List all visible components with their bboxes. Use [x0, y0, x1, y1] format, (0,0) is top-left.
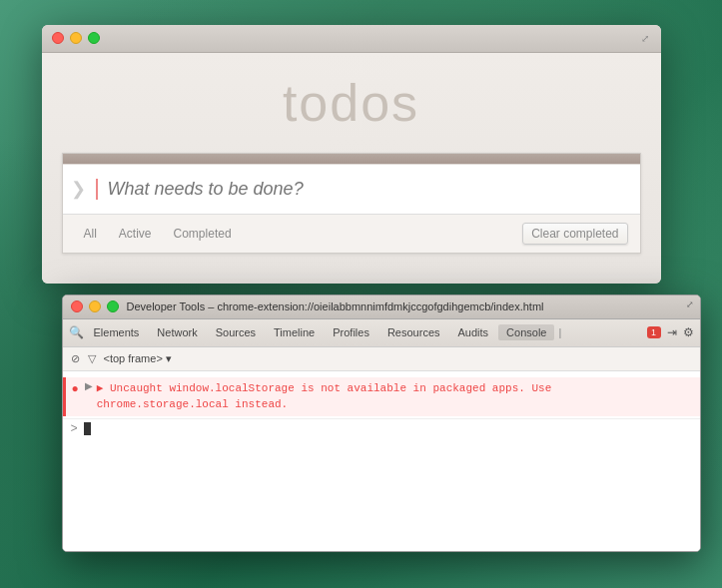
frame-selector[interactable]: <top frame> ▾ — [104, 352, 172, 365]
filter-console-icon[interactable]: ▽ — [88, 352, 96, 365]
search-icon[interactable]: 🔍 — [69, 325, 84, 339]
todo-input[interactable] — [96, 179, 632, 200]
console-error-row: ● ▶ ▶ Uncaught window.localStorage is no… — [63, 377, 700, 416]
devtools-close-button[interactable] — [71, 300, 83, 312]
filter-completed[interactable]: Completed — [165, 224, 241, 244]
tab-resources[interactable]: Resources — [379, 324, 448, 340]
devtools-window: Developer Tools – chrome-extension://oie… — [62, 294, 701, 552]
frame-selector-label: <top frame> — [104, 352, 163, 364]
expand-icon[interactable]: ⤢ — [637, 31, 653, 47]
error-text-line1: ▶ Uncaught window.localStorage is not av… — [97, 380, 552, 397]
tab-separator: | — [558, 326, 561, 338]
error-text-line2: chrome.storage.local instead. — [97, 396, 552, 413]
console-input-row: > — [63, 418, 700, 439]
devtools-toolbar-right: 1 ⇥ ⚙ — [647, 325, 694, 339]
devtools-subbar: ⊘ ▽ <top frame> ▾ — [63, 347, 700, 371]
browser-window: ⤢ todos ❯ All Active Completed Clear com… — [42, 25, 661, 284]
window-buttons — [52, 32, 100, 44]
settings-icon[interactable]: ⚙ — [683, 325, 694, 339]
devtools-titlebar: Developer Tools – chrome-extension://oie… — [63, 295, 700, 319]
console-prompt: > — [71, 422, 78, 436]
devtools-toolbar: 🔍 Elements Network Sources Timeline Prof… — [63, 319, 700, 347]
todo-input-row: ❯ — [63, 164, 640, 214]
console-cursor[interactable] — [84, 422, 91, 435]
devtools-title: Developer Tools – chrome-extension://oie… — [127, 300, 544, 312]
filter-active[interactable]: Active — [110, 224, 161, 244]
clear-completed-button[interactable]: Clear completed — [522, 223, 627, 245]
minimize-button[interactable] — [70, 32, 82, 44]
clear-console-icon[interactable]: ⊘ — [71, 352, 80, 365]
devtools-console: ● ▶ ▶ Uncaught window.localStorage is no… — [63, 371, 700, 551]
frame-selector-chevron: ▾ — [166, 352, 172, 365]
tab-elements[interactable]: Elements — [86, 324, 148, 340]
workspace: ⤢ todos ❯ All Active Completed Clear com… — [22, 15, 701, 574]
tab-console[interactable]: Console — [498, 324, 554, 340]
close-button[interactable] — [52, 32, 64, 44]
tab-timeline[interactable]: Timeline — [266, 324, 323, 340]
error-message: ▶ Uncaught window.localStorage is not av… — [97, 380, 552, 413]
devtools-maximize-button[interactable] — [107, 300, 119, 312]
error-count-badge: 1 — [647, 326, 661, 338]
toggle-all-icon[interactable]: ❯ — [71, 178, 86, 200]
error-circle-icon: ● — [72, 381, 79, 395]
step-over-icon[interactable]: ⇥ — [667, 325, 677, 339]
maximize-button[interactable] — [88, 32, 100, 44]
filter-tabs: All Active Completed — [75, 224, 241, 244]
app-title: todos — [62, 73, 641, 133]
tab-audits[interactable]: Audits — [450, 324, 497, 340]
todo-input-bar — [63, 154, 640, 164]
tab-network[interactable]: Network — [149, 324, 205, 340]
filter-all[interactable]: All — [75, 224, 106, 244]
todo-footer: All Active Completed Clear completed — [63, 214, 640, 253]
browser-titlebar: ⤢ — [42, 25, 661, 53]
tab-sources[interactable]: Sources — [208, 324, 264, 340]
todo-input-section: ❯ All Active Completed Clear completed — [62, 153, 641, 254]
error-expand-arrow[interactable]: ▶ — [85, 380, 93, 391]
tab-profiles[interactable]: Profiles — [325, 324, 377, 340]
devtools-minimize-button[interactable] — [89, 300, 101, 312]
devtools-window-buttons — [71, 300, 119, 312]
browser-content: todos ❯ All Active Completed Clear compl… — [42, 53, 661, 284]
devtools-expand-icon[interactable]: ⤢ — [686, 299, 694, 309]
